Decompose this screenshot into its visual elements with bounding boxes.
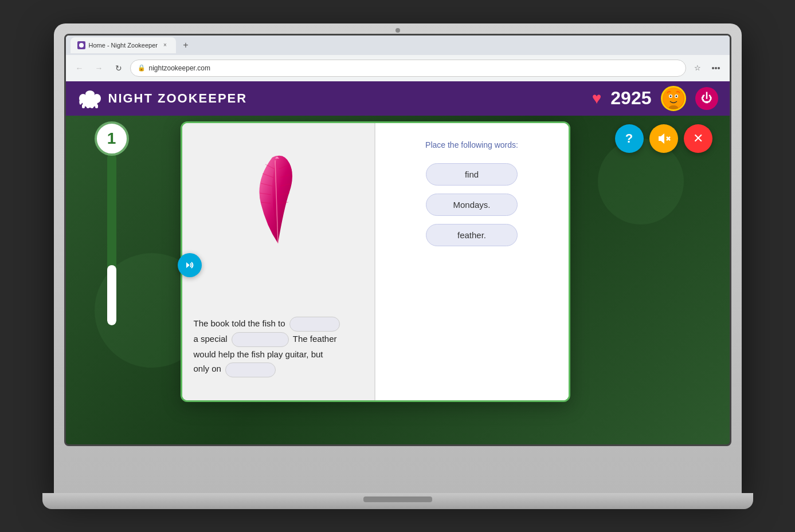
back-button[interactable]: ← [72,60,88,76]
word-chip-find[interactable]: find [426,163,518,186]
app-header: NIGHT ZOOKEEPER ♥ 2925 [66,81,730,116]
forward-button[interactable]: → [91,60,107,76]
svg-rect-9 [87,105,89,108]
story-line-4: would help the fish play guitar, but [194,349,323,359]
tab-title: Home - Night Zookeeper [89,42,158,49]
mute-button[interactable] [649,124,678,153]
svg-point-2 [712,67,714,69]
instruction-text: Place the following words: [425,140,518,149]
close-button[interactable]: ✕ [684,124,712,153]
book-left: The book told the fish to a special The … [182,123,375,400]
refresh-button[interactable]: ↻ [111,60,127,76]
help-button[interactable]: ? [615,124,644,153]
story-line-3: The feather [293,334,337,344]
score-display: 2925 [610,88,651,109]
audio-button[interactable] [178,253,202,277]
blank-slot-3[interactable] [225,362,276,377]
svg-rect-11 [95,104,98,108]
svg-rect-10 [91,105,93,108]
feather-illustration [244,146,312,249]
heart-icon: ♥ [592,89,602,108]
story-line-2: a special [194,334,228,344]
header-right: ♥ 2925 [592,86,718,111]
word-chip-mondays[interactable]: Mondays. [426,194,518,216]
address-bar[interactable]: 🔒 nightzookeeper.com [130,60,686,77]
svg-point-0 [79,43,84,48]
app-logo: NIGHT ZOOKEEPER [77,88,248,109]
book-story-text: The book told the fish to a special The … [194,316,363,377]
svg-point-15 [669,95,671,97]
svg-point-1 [715,67,717,69]
progress-container: 1 [95,121,129,325]
elephant-icon [77,88,103,109]
game-content: 1 [66,116,730,446]
story-line-1: The book told the fish to [194,318,285,328]
svg-rect-8 [82,104,85,108]
new-tab-button[interactable]: + [178,38,193,53]
lock-icon: 🔒 [138,64,146,72]
action-buttons: ? ✕ [615,124,712,153]
blank-slot-1[interactable] [289,317,340,332]
settings-icon[interactable] [708,60,724,76]
progress-fill [107,265,116,325]
blank-slot-2[interactable] [232,332,289,347]
story-line-5: only on [194,364,221,373]
app-title: NIGHT ZOOKEEPER [108,91,248,106]
svg-point-7 [85,90,95,97]
progress-track [107,153,116,325]
svg-point-16 [675,95,677,97]
svg-marker-18 [186,262,190,268]
book-right: Place the following words: find Mondays.… [375,123,569,400]
svg-marker-30 [659,133,664,144]
browser-tab[interactable]: Home - Night Zookeeper × [71,37,176,53]
svg-point-3 [718,67,720,69]
progress-badge: 1 [95,121,129,156]
tab-favicon [77,41,85,49]
power-button[interactable]: ⏻ [695,87,718,110]
tab-close-btn[interactable]: × [161,41,169,49]
address-text: nightzookeeper.com [149,64,210,72]
bookmark-button[interactable]: ☆ [690,60,706,76]
book-panel: The book told the fish to a special The … [181,121,570,402]
avatar[interactable] [661,86,686,111]
word-chip-feather[interactable]: feather. [426,224,518,246]
